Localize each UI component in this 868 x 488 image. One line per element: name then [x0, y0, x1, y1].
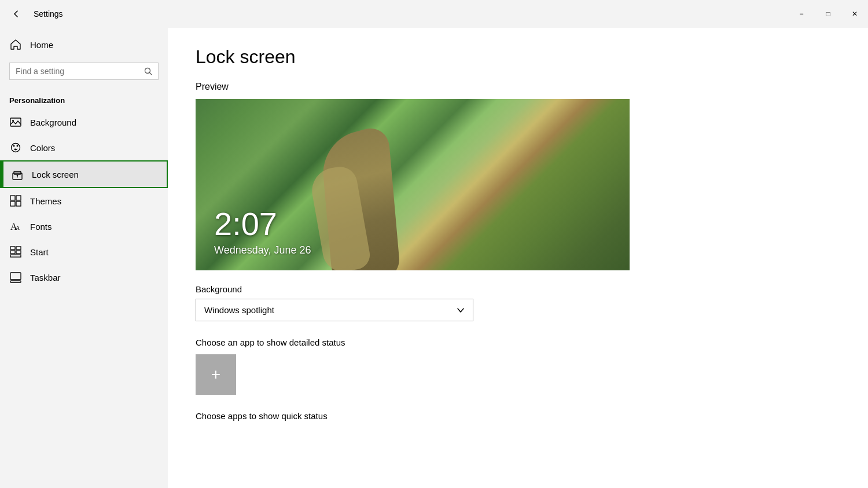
svg-point-4 [12, 144, 20, 152]
lock-screen-label: Lock screen [32, 170, 79, 179]
svg-rect-20 [10, 251, 15, 254]
svg-rect-23 [10, 273, 21, 280]
svg-point-3 [12, 120, 14, 122]
svg-rect-18 [10, 247, 15, 249]
title-bar: Settings − □ ✕ [0, 0, 868, 28]
sidebar-item-taskbar[interactable]: Taskbar [0, 265, 168, 290]
sidebar: Home Personalization Background [0, 28, 168, 488]
detailed-status-section: Choose an app to show detailed status + [196, 337, 840, 395]
svg-rect-21 [16, 251, 21, 254]
svg-point-5 [13, 145, 15, 147]
home-icon [9, 38, 22, 51]
home-label: Home [30, 40, 53, 50]
search-icon [144, 67, 152, 75]
taskbar-label: Taskbar [30, 273, 61, 282]
fonts-label: Fonts [30, 222, 52, 232]
svg-rect-14 [10, 201, 15, 206]
minimize-button[interactable]: − [788, 5, 815, 23]
svg-rect-19 [16, 247, 21, 249]
svg-rect-22 [10, 255, 21, 257]
add-icon: + [211, 365, 220, 384]
themes-label: Themes [30, 196, 61, 206]
svg-rect-12 [10, 196, 15, 200]
background-label: Background [30, 118, 76, 127]
svg-rect-15 [16, 201, 21, 206]
lock-screen-icon [11, 168, 24, 181]
sidebar-item-colors[interactable]: Colors [0, 135, 168, 160]
window-title: Settings [34, 9, 63, 19]
start-icon [9, 245, 22, 258]
svg-rect-24 [10, 281, 21, 282]
sidebar-item-home[interactable]: Home [0, 32, 168, 57]
personalization-section-label: Personalization [0, 91, 168, 109]
sidebar-item-lock-screen[interactable]: Lock screen [0, 160, 168, 188]
page-title: Lock screen [196, 46, 840, 68]
search-box[interactable] [9, 63, 159, 80]
main-content: Lock screen Preview 2:07 Wednesday, June… [168, 28, 868, 488]
sidebar-item-themes[interactable]: Themes [0, 188, 168, 214]
preview-section-title: Preview [196, 82, 840, 92]
maximize-button[interactable]: □ [815, 5, 841, 23]
svg-point-6 [17, 145, 19, 147]
preview-overlay: 2:07 Wednesday, June 26 [196, 192, 630, 270]
svg-point-11 [17, 175, 19, 177]
svg-text:A: A [16, 225, 20, 231]
taskbar-icon [9, 271, 22, 284]
quick-status-label: Choose apps to show quick status [196, 411, 840, 421]
svg-rect-13 [16, 196, 21, 200]
colors-label: Colors [30, 143, 55, 153]
search-input[interactable] [16, 67, 139, 76]
preview-time: 2:07 [214, 206, 611, 242]
background-dropdown[interactable]: Windows spotlight [196, 299, 473, 321]
chevron-down-icon [457, 306, 465, 314]
background-dropdown-value: Windows spotlight [204, 305, 274, 315]
fonts-icon: A A [9, 220, 22, 233]
svg-line-1 [150, 73, 152, 75]
detailed-status-label: Choose an app to show detailed status [196, 337, 840, 347]
back-button[interactable] [7, 6, 25, 22]
sidebar-item-background[interactable]: Background [0, 109, 168, 135]
sidebar-item-fonts[interactable]: A A Fonts [0, 214, 168, 239]
add-detailed-status-button[interactable]: + [196, 354, 236, 395]
image-icon [9, 116, 22, 129]
sidebar-item-start[interactable]: Start [0, 239, 168, 265]
preview-date: Wednesday, June 26 [214, 244, 611, 256]
themes-icon [9, 195, 22, 207]
palette-icon [9, 141, 22, 154]
lock-screen-preview: 2:07 Wednesday, June 26 [196, 99, 630, 270]
window-controls: − □ ✕ [788, 5, 868, 23]
close-button[interactable]: ✕ [841, 5, 868, 23]
background-field-label: Background [196, 284, 840, 294]
start-label: Start [30, 247, 49, 257]
